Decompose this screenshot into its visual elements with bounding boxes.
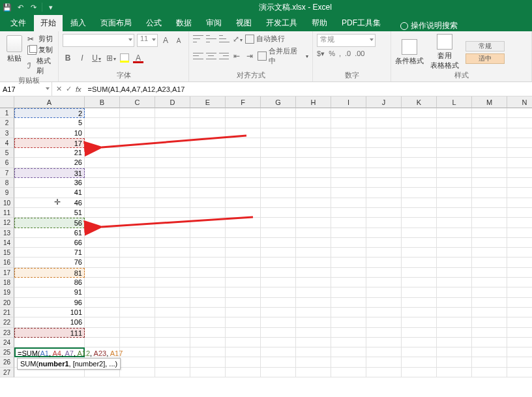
col-header-B[interactable]: B [85,96,120,108]
cell-N20[interactable] [507,298,532,308]
cell-J22[interactable] [366,317,402,327]
cell-M1[interactable] [472,108,507,118]
tab-file[interactable]: 文件 [4,15,33,31]
cell-J23[interactable] [366,328,402,338]
wrap-text-button[interactable]: 自动换行 [245,34,285,44]
cell-B1[interactable] [85,108,120,118]
cell-N8[interactable] [507,178,532,188]
cell-A14[interactable]: 66 [14,238,85,248]
cell-F2[interactable] [226,118,261,128]
cell-F16[interactable] [226,257,261,267]
cell-J15[interactable] [366,248,402,257]
cell-A10[interactable]: 46 [14,198,85,208]
cell-A24[interactable] [14,338,85,347]
cell-G16[interactable] [261,257,296,267]
cell-F15[interactable] [226,248,261,257]
cell-K11[interactable] [402,208,437,218]
cell-C19[interactable] [120,287,155,297]
cell-N10[interactable] [507,198,532,208]
cell-D15[interactable] [155,248,190,257]
tab-help[interactable]: 帮助 [305,15,334,31]
percent-format-button[interactable]: % [329,50,335,58]
cell-I16[interactable] [331,257,366,267]
cell-G5[interactable] [261,148,296,158]
cell-M27[interactable] [472,368,507,377]
cell-E17[interactable] [190,268,226,278]
row-header-25[interactable]: 25 [0,347,14,357]
cell-D25[interactable] [155,347,190,357]
cell-C8[interactable] [120,178,155,188]
cell-N12[interactable] [507,218,532,228]
cell-M11[interactable] [472,208,507,218]
cell-A17[interactable]: 81 [14,268,85,278]
cell-G15[interactable] [261,248,296,257]
cell-F17[interactable] [226,268,261,278]
cell-E16[interactable] [190,257,226,267]
cell-N17[interactable] [507,268,532,278]
align-right-button[interactable] [219,51,229,61]
format-painter-button[interactable]: 格式刷 [27,56,54,76]
cell-J9[interactable] [366,188,402,198]
cell-K3[interactable] [402,128,437,138]
cell-N13[interactable] [507,228,532,238]
cell-E18[interactable] [190,278,226,287]
cell-K4[interactable] [402,138,437,148]
cell-A25[interactable]: =SUM(A1, A4, A7, A12, A23, A17 [14,347,85,357]
cell-K18[interactable] [402,278,437,287]
cell-L26[interactable] [437,357,472,367]
cell-J4[interactable] [366,138,402,148]
cell-M4[interactable] [472,138,507,148]
cell-N4[interactable] [507,138,532,148]
cell-D27[interactable] [155,368,190,377]
cell-I26[interactable] [331,357,366,367]
cell-F26[interactable] [226,357,261,367]
cell-H11[interactable] [296,208,331,218]
cell-K14[interactable] [402,238,437,248]
cell-K15[interactable] [402,248,437,257]
cell-H1[interactable] [296,108,331,118]
row-header-9[interactable]: 9 [0,188,14,198]
row-header-16[interactable]: 16 [0,257,14,267]
cell-G11[interactable] [261,208,296,218]
row-header-23[interactable]: 23 [0,328,14,338]
cell-C24[interactable] [120,338,155,347]
cell-G1[interactable] [261,108,296,118]
cell-B2[interactable] [85,118,120,128]
cell-K20[interactable] [402,298,437,308]
cell-A6[interactable]: 26 [14,158,85,168]
cell-H12[interactable] [296,218,331,228]
row-header-17[interactable]: 17 [0,268,14,278]
col-header-F[interactable]: F [226,96,261,108]
cell-J24[interactable] [366,338,402,347]
cell-B24[interactable] [85,338,120,347]
cell-L21[interactable] [437,308,472,317]
cell-M23[interactable] [472,328,507,338]
cell-J27[interactable] [366,368,402,377]
cell-J5[interactable] [366,148,402,158]
cell-C15[interactable] [120,248,155,257]
cell-E1[interactable] [190,108,226,118]
cell-F1[interactable] [226,108,261,118]
cell-D19[interactable] [155,287,190,297]
cell-G18[interactable] [261,278,296,287]
cell-F23[interactable] [226,328,261,338]
font-color-button[interactable]: A [133,53,143,63]
redo-icon[interactable]: ↷ [29,3,38,12]
tab-formulas[interactable]: 公式 [140,15,168,31]
font-family-select[interactable] [63,34,134,47]
cell-J10[interactable] [366,198,402,208]
cell-G22[interactable] [261,317,296,327]
cell-M22[interactable] [472,317,507,327]
cell-G26[interactable] [261,357,296,367]
cell-L10[interactable] [437,198,472,208]
cell-D16[interactable] [155,257,190,267]
cell-L9[interactable] [437,188,472,198]
cell-G8[interactable] [261,178,296,188]
cell-I24[interactable] [331,338,366,347]
cell-L5[interactable] [437,148,472,158]
cell-N16[interactable] [507,257,532,267]
cell-H17[interactable] [296,268,331,278]
cell-H18[interactable] [296,278,331,287]
cell-G6[interactable] [261,158,296,168]
cell-F22[interactable] [226,317,261,327]
